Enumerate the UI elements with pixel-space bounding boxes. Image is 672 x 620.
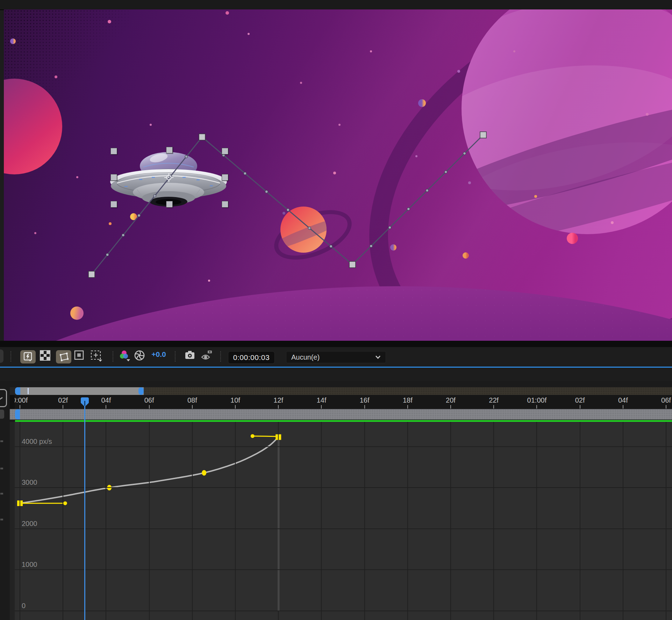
- roving-keyframe[interactable]: [202, 470, 206, 476]
- show-snapshot-button[interactable]: [201, 350, 213, 361]
- playhead-line[interactable]: [84, 406, 85, 620]
- grid-line-horizontal: [15, 569, 672, 570]
- ruler-label: 20f: [446, 396, 456, 404]
- ruler-tick: [493, 405, 494, 409]
- ruler-label: 01:00f: [527, 396, 547, 404]
- motion-path-frame-dot: [308, 227, 311, 230]
- grid-line-vertical: [493, 422, 494, 620]
- ruler-label: 06f: [144, 396, 154, 404]
- mask-visibility-button[interactable]: [56, 350, 71, 363]
- channel-settings-button[interactable]: [119, 350, 131, 362]
- chevron-down-icon: [375, 355, 381, 359]
- ruler-tick: [192, 405, 193, 409]
- motion-path-frame-dot: [287, 209, 289, 211]
- ruler-label: 04f: [618, 396, 628, 404]
- graph-editor[interactable]: 4000 px/s3000200010000: [15, 422, 672, 620]
- handle-dot[interactable]: [63, 501, 67, 505]
- selection-handle-top-center[interactable]: [166, 147, 173, 153]
- timecode-field[interactable]: 0:00:00:03: [228, 351, 275, 364]
- grid-line-vertical: [623, 422, 623, 620]
- work-area-bar[interactable]: [10, 409, 672, 420]
- ruler-tick: [149, 405, 150, 409]
- motion-path-frame-dot: [407, 208, 410, 210]
- zoom-active-region[interactable]: [15, 387, 144, 395]
- graph-y-label: 1000: [22, 561, 37, 569]
- selection-handle-bottom-left[interactable]: [110, 201, 117, 208]
- grid-line-vertical: [235, 422, 236, 620]
- grid-line-vertical: [278, 422, 279, 620]
- ruler-tick: [536, 405, 537, 409]
- preview-dropdown[interactable]: Aucun(e): [286, 351, 386, 363]
- show-snapshot-icon: [201, 350, 213, 361]
- reset-exposure-button[interactable]: [134, 350, 145, 361]
- toolbar-separator: [220, 351, 221, 362]
- ruler-label: 04f: [101, 396, 111, 404]
- motion-path-frame-dot: [137, 214, 140, 217]
- grid-line-vertical: [20, 422, 20, 620]
- motion-path-frame-dot: [330, 245, 333, 248]
- grid-line-vertical: [666, 422, 666, 620]
- fast-preview-button[interactable]: [20, 350, 36, 363]
- ruler-tick: [407, 405, 408, 409]
- grid-line-horizontal: [15, 611, 672, 611]
- grid-line-vertical: [407, 422, 408, 620]
- motion-path-line: [92, 135, 483, 274]
- motion-path-frame-dot: [244, 172, 246, 175]
- selection-handle-top-left[interactable]: [110, 148, 117, 154]
- ruler-tick: [20, 405, 20, 409]
- grid-line-vertical: [580, 422, 580, 620]
- grid-line-vertical: [63, 422, 63, 620]
- graph-y-label: 3000: [22, 478, 37, 486]
- motion-path-frame-dot: [153, 194, 156, 197]
- motion-path-frame-dot: [122, 234, 124, 237]
- zoom-handle-left[interactable]: [15, 387, 20, 395]
- grid-line-horizontal: [15, 528, 672, 529]
- timeline-zoom-scrollbar[interactable]: [10, 387, 672, 395]
- anchor-point-icon[interactable]: [164, 173, 173, 182]
- ruler-tick: [235, 405, 236, 409]
- motion-path-vertex[interactable]: [199, 134, 205, 140]
- take-snapshot-button[interactable]: [185, 350, 195, 360]
- time-ruler[interactable]: 0:00f02f04f06f08f10f12f14f16f18f20f22f01…: [15, 395, 672, 409]
- ruler-label: 08f: [187, 396, 197, 404]
- active-panel-divider: [0, 367, 672, 368]
- channels-icon: [119, 350, 131, 362]
- snapshot-camera-icon: [185, 350, 195, 360]
- grid-line-vertical: [149, 422, 150, 620]
- ruler-tick: [63, 405, 63, 409]
- exposure-value[interactable]: +0.0: [151, 350, 166, 359]
- selection-handle-bottom-right[interactable]: [222, 201, 228, 208]
- comp-mini-icon: [0, 389, 7, 407]
- ruler-tick: [364, 405, 365, 409]
- motion-path-vertex[interactable]: [88, 271, 95, 277]
- motion-path-frame-dot: [463, 152, 466, 155]
- ruler-label: 16f: [360, 396, 370, 404]
- motion-path-vertex[interactable]: [349, 261, 356, 268]
- timeline-panel: 0:00f02f04f06f08f10f12f14f16f18f20f22f01…: [0, 381, 672, 620]
- clipped-icon-fragment: [0, 410, 4, 419]
- exposure-field[interactable]: +0.0: [150, 350, 168, 359]
- grid-guides-options-button[interactable]: [90, 350, 103, 362]
- ruler-label: 06f: [661, 396, 671, 404]
- transparency-grid-button[interactable]: [40, 350, 50, 361]
- selection-handle-mid-right[interactable]: [222, 174, 228, 181]
- toolbar-separator: [10, 351, 11, 362]
- speed-graph: [15, 422, 672, 620]
- selection-handle-top-right[interactable]: [222, 148, 228, 154]
- selection-handle-bottom-center[interactable]: [166, 201, 173, 208]
- ruler-label: 18f: [403, 396, 413, 404]
- handle-dot[interactable]: [251, 434, 255, 438]
- graph-y-label: 2000: [22, 520, 37, 528]
- selection-handle-mid-left[interactable]: [110, 174, 117, 181]
- motion-path-frame-dot: [185, 155, 188, 158]
- grid-line-vertical: [536, 422, 537, 620]
- zoom-handle-right[interactable]: [138, 387, 144, 395]
- composition-viewer[interactable]: [4, 9, 672, 341]
- work-area-start-handle[interactable]: [15, 409, 20, 419]
- mask-visibility-icon: [59, 352, 69, 361]
- ruler-label: 02f: [575, 396, 585, 404]
- graph-left-strip: [10, 422, 15, 620]
- motion-path-vertex[interactable]: [480, 132, 486, 138]
- region-of-interest-button[interactable]: [74, 350, 84, 360]
- viewer-bottom-gap: [0, 341, 672, 347]
